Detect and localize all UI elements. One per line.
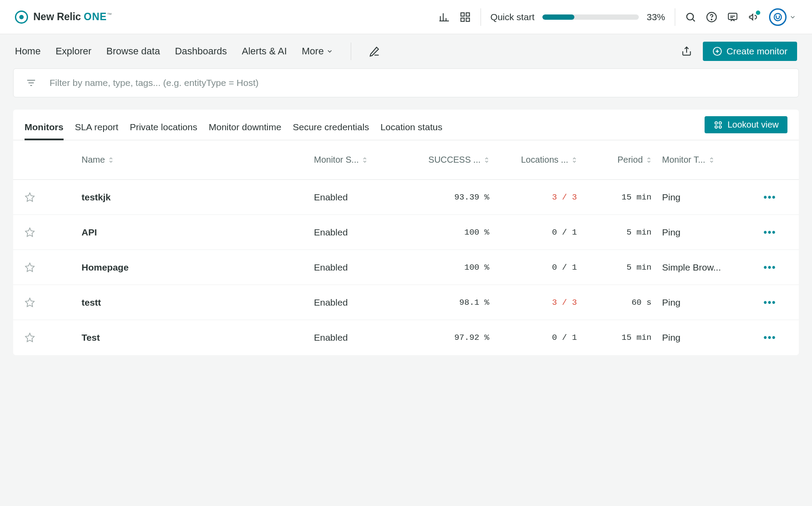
monitor-type: Simple Brow...: [652, 262, 748, 273]
svg-rect-2: [461, 18, 464, 21]
tab-monitors[interactable]: Monitors: [25, 122, 64, 140]
row-actions-button[interactable]: •••: [748, 297, 792, 308]
help-icon[interactable]: [706, 11, 717, 23]
monitor-success: 98.1 %: [402, 298, 489, 307]
quick-start[interactable]: Quick start 33%: [491, 12, 665, 22]
monitor-name[interactable]: testkjk: [82, 192, 314, 203]
logo-text: New Relic ONE™: [33, 11, 112, 23]
table-row[interactable]: testt Enabled 98.1 % 3 / 3 60 s Ping •••: [13, 285, 799, 320]
monitor-period: 15 min: [577, 192, 652, 202]
svg-rect-3: [466, 18, 470, 21]
svg-point-11: [719, 121, 722, 124]
svg-point-10: [715, 121, 718, 124]
table-row[interactable]: Homepage Enabled 100 % 0 / 1 5 min Simpl…: [13, 250, 799, 285]
tab-location-status[interactable]: Location status: [381, 122, 442, 140]
sort-icon: [362, 157, 367, 163]
tab-private-locations[interactable]: Private locations: [130, 122, 197, 140]
nav-dashboards[interactable]: Dashboards: [175, 46, 227, 57]
grid-icon[interactable]: [459, 11, 471, 23]
divider: [351, 43, 351, 60]
monitor-status: Enabled: [314, 297, 402, 308]
feedback-icon[interactable]: [727, 11, 738, 23]
logo-mark-icon: [15, 11, 28, 24]
th-type[interactable]: Monitor T...: [652, 155, 748, 165]
sort-icon: [709, 157, 714, 163]
monitor-status: Enabled: [314, 227, 402, 238]
tab-secure-credentials[interactable]: Secure credentials: [293, 122, 369, 140]
th-success[interactable]: SUCCESS ...: [402, 155, 489, 165]
svg-point-12: [715, 125, 718, 128]
monitor-success: 97.92 %: [402, 333, 489, 342]
th-name[interactable]: Name: [82, 155, 314, 165]
sort-icon: [572, 157, 577, 163]
logo-brand: New Relic: [33, 11, 81, 22]
table-header: Name Monitor S... SUCCESS ... Locations …: [13, 140, 799, 180]
monitor-success: 100 %: [402, 228, 489, 237]
monitor-name[interactable]: Homepage: [82, 262, 314, 273]
announce-icon[interactable]: [748, 11, 759, 23]
topbar-right: Quick start 33%: [438, 8, 796, 26]
favorite-star-icon[interactable]: [25, 297, 60, 308]
monitor-success: 93.39 %: [402, 192, 489, 202]
monitor-locations: 3 / 3: [489, 192, 577, 202]
share-icon[interactable]: [681, 46, 692, 57]
user-menu-chevron-icon[interactable]: [789, 14, 796, 21]
row-actions-button[interactable]: •••: [748, 262, 792, 273]
create-monitor-label: Create monitor: [727, 46, 787, 57]
th-period[interactable]: Period: [577, 155, 652, 165]
monitor-period: 5 min: [577, 228, 652, 237]
filter-icon: [26, 78, 36, 88]
monitor-period: 15 min: [577, 333, 652, 342]
row-actions-button[interactable]: •••: [748, 332, 792, 343]
tab-sla-report[interactable]: SLA report: [75, 122, 118, 140]
monitor-success: 100 %: [402, 263, 489, 272]
monitor-period: 60 s: [577, 298, 652, 307]
svg-point-6: [711, 19, 712, 20]
lookout-view-button[interactable]: Lookout view: [705, 116, 787, 133]
monitor-status: Enabled: [314, 262, 402, 273]
row-actions-button[interactable]: •••: [748, 227, 792, 238]
monitor-type: Ping: [652, 297, 748, 308]
monitor-type: Ping: [652, 227, 748, 238]
row-actions-button[interactable]: •••: [748, 192, 792, 203]
filter-bar: [13, 68, 799, 97]
nav-more[interactable]: More: [302, 46, 333, 57]
monitor-status: Enabled: [314, 332, 402, 343]
chart-icon[interactable]: [438, 11, 450, 23]
monitor-locations: 3 / 3: [489, 298, 577, 307]
progress-text: 33%: [647, 12, 665, 22]
lookout-icon: [713, 120, 723, 130]
edit-icon[interactable]: [369, 46, 380, 57]
monitor-locations: 0 / 1: [489, 333, 577, 342]
nav-alerts-ai[interactable]: Alerts & AI: [242, 46, 287, 57]
table-row[interactable]: API Enabled 100 % 0 / 1 5 min Ping •••: [13, 215, 799, 250]
table-row[interactable]: Test Enabled 97.92 % 0 / 1 15 min Ping •…: [13, 320, 799, 355]
table-row[interactable]: testkjk Enabled 93.39 % 3 / 3 15 min Pin…: [13, 180, 799, 215]
user-avatar[interactable]: [769, 8, 787, 26]
monitor-name[interactable]: API: [82, 227, 314, 238]
favorite-star-icon[interactable]: [25, 192, 60, 203]
monitor-name[interactable]: Test: [82, 332, 314, 343]
monitors-card: Monitors SLA report Private locations Mo…: [13, 110, 799, 355]
monitor-name[interactable]: testt: [82, 297, 314, 308]
favorite-star-icon[interactable]: [25, 262, 60, 273]
divider: [675, 8, 675, 26]
tab-monitor-downtime[interactable]: Monitor downtime: [209, 122, 281, 140]
quick-start-label: Quick start: [491, 12, 534, 22]
favorite-star-icon[interactable]: [25, 227, 60, 238]
nav-row: Home Explorer Browse data Dashboards Ale…: [0, 34, 812, 68]
nav-home[interactable]: Home: [15, 46, 41, 57]
th-locations[interactable]: Locations ...: [489, 155, 577, 165]
nav-browse-data[interactable]: Browse data: [107, 46, 160, 57]
monitor-locations: 0 / 1: [489, 263, 577, 272]
search-icon[interactable]: [685, 11, 696, 23]
progress-bar: [542, 14, 639, 20]
th-status[interactable]: Monitor S...: [314, 155, 402, 165]
sort-icon: [108, 157, 114, 163]
create-monitor-button[interactable]: Create monitor: [703, 42, 797, 61]
logo[interactable]: New Relic ONE™: [15, 11, 112, 24]
svg-point-8: [774, 13, 782, 21]
favorite-star-icon[interactable]: [25, 332, 60, 343]
filter-input[interactable]: [50, 78, 786, 88]
nav-explorer[interactable]: Explorer: [56, 46, 92, 57]
